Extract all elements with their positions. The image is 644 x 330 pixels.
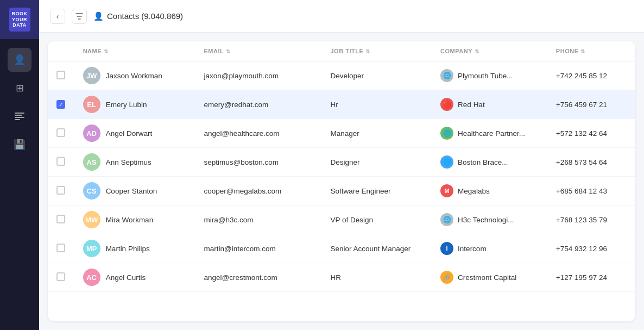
table-row[interactable]: CSCooper Stantoncooper@megalabs.comSoftw… <box>48 177 635 206</box>
col-checkbox <box>48 41 74 61</box>
avatar: EL <box>83 96 100 113</box>
row-phone-cell: +127 195 97 24 <box>547 263 635 292</box>
table-row[interactable]: MPMartin Philipsmartin@intercom.comSenio… <box>48 234 635 263</box>
row-checkbox[interactable] <box>56 215 65 223</box>
sidebar: BOOK YOUR DATA 👤 ⊞ 💾 <box>0 0 39 330</box>
row-email-cell: septimus@boston.com <box>195 148 322 177</box>
col-email-header[interactable]: EMAIL ⇅ <box>195 41 322 61</box>
company-name: Plymouth Tube... <box>458 72 513 80</box>
company-logo: 🌐 <box>440 69 453 82</box>
contact-name: Mira Workman <box>106 216 154 224</box>
col-phone-header[interactable]: PHONE ⇅ <box>547 41 635 61</box>
row-jobtitle-cell: Software Engineer <box>322 177 432 206</box>
avatar: JW <box>83 67 100 84</box>
row-company-cell: 🌐Plymouth Tube... <box>432 61 547 90</box>
row-name-cell: ELEmery Lubin <box>74 90 195 119</box>
row-jobtitle-cell: Senior Account Manager <box>322 234 432 263</box>
row-company-cell: 🌐Boston Brace... <box>432 148 547 177</box>
row-checkbox-cell <box>48 119 74 148</box>
table-body: JWJaxson Workmanjaxon@playmouth.comDevel… <box>48 61 635 292</box>
contact-name: Angel Dorwart <box>106 129 153 138</box>
company-name: H3c Technologi... <box>458 216 514 224</box>
row-company-cell: 🔗Crestmont Capital <box>432 263 547 292</box>
row-email-cell: angel@crestmont.com <box>195 263 322 292</box>
jobtitle-sort: JOB TITLE ⇅ <box>331 48 370 54</box>
row-jobtitle-cell: Hr <box>322 90 432 119</box>
avatar: AD <box>83 124 100 142</box>
contacts-label: Contacts (9.040.869) <box>107 11 183 21</box>
row-email-cell: jaxon@playmouth.com <box>195 61 322 90</box>
company-logo: 🌐 <box>440 127 453 140</box>
email-sort: EMAIL ⇅ <box>204 48 231 54</box>
row-checkbox[interactable] <box>56 157 65 166</box>
company-name: Healthcare Partner... <box>458 129 525 138</box>
row-checkbox-cell <box>48 177 74 206</box>
company-logo: 🌐 <box>440 155 453 169</box>
sidebar-item-grid[interactable]: ⊞ <box>8 76 31 100</box>
name-sort: NAME ⇅ <box>83 48 109 54</box>
avatar: AS <box>83 153 100 171</box>
contacts-title: 👤 Contacts (9.040.869) <box>93 11 183 21</box>
contact-name: Martin Philips <box>106 245 150 253</box>
row-phone-cell: +742 245 85 12 <box>547 61 635 90</box>
row-phone-cell: +268 573 54 64 <box>547 148 635 177</box>
company-name: Intercom <box>458 245 487 253</box>
row-checkbox[interactable] <box>56 244 65 252</box>
save-icon: 💾 <box>14 140 26 150</box>
row-phone-cell: +572 132 42 64 <box>547 119 635 148</box>
app-logo[interactable]: BOOK YOUR DATA <box>0 0 39 39</box>
table-row[interactable]: JWJaxson Workmanjaxon@playmouth.comDevel… <box>48 61 635 90</box>
table-row[interactable]: ACAngel Curtisangel@crestmont.comHR🔗Cres… <box>48 263 635 292</box>
row-checkbox-cell <box>48 148 74 177</box>
row-name-cell: ASAnn Septimus <box>74 148 195 177</box>
row-name-cell: ACAngel Curtis <box>74 263 195 292</box>
name-sort-icon: ⇅ <box>104 48 109 54</box>
row-jobtitle-cell: Designer <box>322 148 432 177</box>
sidebar-item-list[interactable] <box>8 104 31 128</box>
row-name-cell: CSCooper Stanton <box>74 177 195 206</box>
table-row[interactable]: ✓ELEmery Lubinemery@redhat.comHr🔴Red Hat… <box>48 90 635 119</box>
filter-button[interactable] <box>72 9 87 24</box>
col-name-header[interactable]: NAME ⇅ <box>74 41 195 61</box>
row-checkbox[interactable]: ✓ <box>56 100 65 109</box>
table-row[interactable]: MWMira Workmanmira@h3c.comVP of Design🌐H… <box>48 206 635 234</box>
sidebar-item-save[interactable]: 💾 <box>8 133 31 157</box>
contacts-table: NAME ⇅ EMAIL ⇅ JOB TITLE ⇅ <box>48 41 635 292</box>
col-company-header[interactable]: COMPANY ⇅ <box>432 41 547 61</box>
table-row[interactable]: ASAnn Septimusseptimus@boston.comDesigne… <box>48 148 635 177</box>
row-checkbox[interactable] <box>56 272 65 281</box>
row-checkbox[interactable] <box>56 186 65 195</box>
contact-name: Cooper Stanton <box>106 187 157 195</box>
company-name: Megalabs <box>458 187 490 195</box>
row-name-cell: ADAngel Dorwart <box>74 119 195 148</box>
contacts-icon: 👤 <box>93 11 104 21</box>
row-checkbox[interactable] <box>56 71 65 79</box>
row-checkbox-cell <box>48 234 74 263</box>
company-logo: M <box>440 184 453 197</box>
back-button[interactable]: ‹ <box>50 9 65 24</box>
sidebar-nav: 👤 ⊞ 💾 <box>0 39 39 165</box>
company-name: Crestmont Capital <box>458 273 516 282</box>
row-email-cell: martin@intercom.com <box>195 234 322 263</box>
company-name: Red Hat <box>458 101 485 109</box>
row-checkbox-cell: ✓ <box>48 90 74 119</box>
row-company-cell: 🌐Healthcare Partner... <box>432 119 547 148</box>
row-email-cell: angel@healthcare.com <box>195 119 322 148</box>
col-jobtitle-header[interactable]: JOB TITLE ⇅ <box>322 41 432 61</box>
table-row[interactable]: ADAngel Dorwartangel@healthcare.comManag… <box>48 119 635 148</box>
row-company-cell: IIntercom <box>432 234 547 263</box>
row-name-cell: MPMartin Philips <box>74 234 195 263</box>
row-name-cell: MWMira Workman <box>74 206 195 234</box>
row-jobtitle-cell: HR <box>322 263 432 292</box>
row-checkbox[interactable] <box>56 128 65 137</box>
row-jobtitle-cell: VP of Design <box>322 206 432 234</box>
contact-name: Ann Septimus <box>106 158 151 166</box>
row-company-cell: MMegalabs <box>432 177 547 206</box>
email-sort-icon: ⇅ <box>226 48 231 54</box>
avatar: AC <box>83 269 100 286</box>
row-checkbox-cell <box>48 61 74 90</box>
row-phone-cell: +685 684 12 43 <box>547 177 635 206</box>
row-name-cell: JWJaxson Workman <box>74 61 195 90</box>
avatar: CS <box>83 182 100 200</box>
sidebar-item-contacts[interactable]: 👤 <box>8 48 31 72</box>
